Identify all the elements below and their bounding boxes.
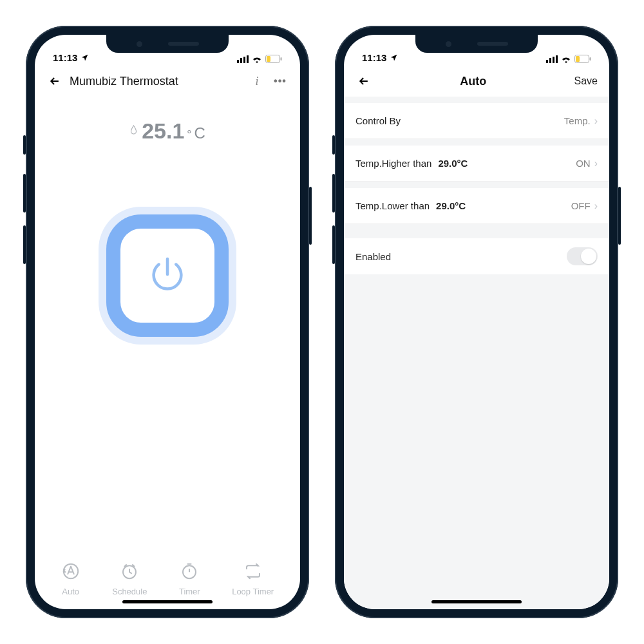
tab-loop-timer[interactable]: Loop Timer	[232, 562, 274, 596]
back-button[interactable]	[355, 75, 372, 88]
row-temp-higher[interactable]: Temp.Higher than 29.0°C ON ›	[344, 146, 609, 182]
phone-frame-main: 11:13	[26, 26, 309, 618]
row-control-by[interactable]: Control By Temp. ›	[344, 103, 609, 139]
wifi-icon	[252, 55, 262, 63]
svg-rect-3	[247, 55, 249, 63]
chevron-right-icon: ›	[594, 158, 598, 169]
battery-icon	[265, 55, 282, 63]
power-button[interactable]	[106, 214, 229, 337]
tab-label: Loop Timer	[232, 587, 274, 596]
svg-rect-15	[590, 57, 591, 61]
more-button[interactable]: •••	[272, 75, 289, 87]
tab-label: Auto	[62, 587, 79, 596]
row-label: Enabled	[355, 251, 391, 262]
row-label: Control By	[355, 115, 401, 126]
svg-rect-5	[281, 57, 282, 61]
timer-icon	[180, 562, 199, 583]
temperature-value: 25.1	[142, 118, 184, 144]
auto-icon	[61, 562, 80, 583]
signal-icon	[237, 55, 249, 63]
row-temp-lower[interactable]: Temp.Lower than 29.0°C OFF ›	[344, 188, 609, 224]
tab-auto[interactable]: Auto	[61, 562, 80, 596]
svg-rect-12	[553, 57, 554, 63]
info-button[interactable]: i	[249, 75, 265, 88]
phone-frame-settings: 11:13	[335, 26, 618, 618]
location-icon	[390, 53, 398, 62]
chevron-right-icon: ›	[594, 115, 598, 127]
svg-rect-1	[240, 58, 242, 63]
page-title: Mumubiz Thermostat	[70, 75, 178, 88]
power-icon	[147, 254, 188, 298]
humidity-icon	[129, 125, 138, 138]
svg-rect-13	[556, 55, 558, 63]
schedule-icon	[120, 562, 139, 583]
svg-rect-6	[267, 56, 270, 62]
tab-timer[interactable]: Timer	[179, 562, 200, 596]
row-state: ON	[576, 158, 591, 169]
row-label: Temp.Lower than	[355, 200, 430, 211]
temperature-display: 25.1 ° C	[129, 118, 205, 144]
svg-rect-0	[237, 60, 239, 63]
status-time: 11:13	[362, 52, 386, 63]
row-threshold: 29.0°C	[436, 200, 466, 211]
svg-rect-11	[549, 58, 551, 63]
enabled-toggle[interactable]	[567, 247, 598, 265]
temperature-unit: C	[194, 124, 205, 142]
svg-rect-2	[243, 57, 245, 63]
wifi-icon	[561, 55, 571, 63]
row-label: Temp.Higher than	[355, 158, 431, 169]
status-time: 11:13	[53, 52, 77, 63]
nav-bar: Auto Save	[344, 66, 609, 97]
signal-icon	[546, 55, 558, 63]
save-button[interactable]: Save	[574, 75, 598, 87]
loop-icon	[243, 562, 263, 583]
home-indicator[interactable]	[431, 600, 522, 603]
tab-schedule[interactable]: Schedule	[112, 562, 147, 596]
battery-icon	[574, 55, 591, 63]
notch	[106, 35, 229, 53]
tab-label: Timer	[179, 587, 200, 596]
row-threshold: 29.0°C	[438, 158, 468, 169]
nav-bar: Mumubiz Thermostat i •••	[35, 66, 300, 97]
temperature-degree: °	[187, 128, 191, 142]
row-value: Temp.	[564, 115, 591, 126]
home-indicator[interactable]	[122, 600, 213, 603]
row-enabled[interactable]: Enabled	[344, 238, 609, 274]
back-button[interactable]	[46, 75, 63, 88]
page-title: Auto	[379, 75, 568, 88]
location-icon	[80, 53, 89, 62]
svg-rect-10	[546, 60, 548, 63]
notch	[415, 35, 538, 53]
chevron-right-icon: ›	[594, 200, 598, 212]
svg-rect-16	[576, 56, 580, 62]
row-state: OFF	[571, 200, 591, 211]
tab-label: Schedule	[112, 587, 147, 596]
